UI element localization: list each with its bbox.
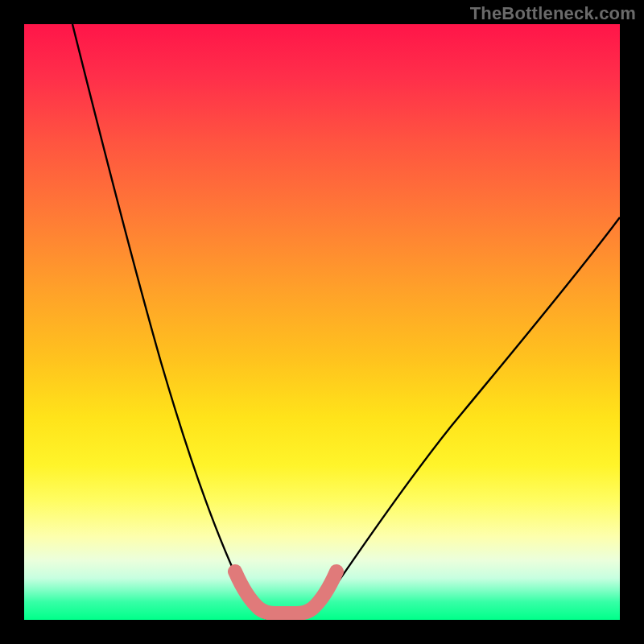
curve-layer <box>24 24 620 620</box>
plot-area <box>24 24 620 620</box>
bottom-marker <box>235 572 336 613</box>
chart-frame: TheBottleneck.com <box>0 0 644 644</box>
right-curve <box>306 217 620 618</box>
left-curve <box>72 24 266 618</box>
watermark-text: TheBottleneck.com <box>470 3 636 24</box>
